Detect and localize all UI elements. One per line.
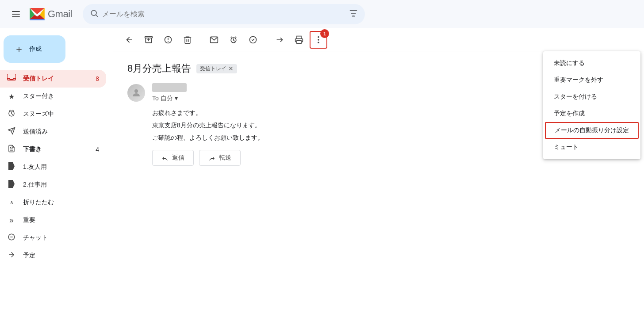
search-bar[interactable]	[83, 4, 365, 24]
svg-point-20	[318, 42, 319, 43]
sidebar-item-schedule[interactable]: 予定	[0, 247, 106, 264]
move-button[interactable]	[271, 31, 288, 49]
to-dropdown-icon[interactable]: ▾	[175, 95, 178, 102]
sender-name	[152, 84, 187, 91]
svg-rect-2	[12, 16, 20, 17]
header: Gmail	[0, 0, 644, 28]
drafts-icon	[7, 145, 16, 155]
close-tag-icon[interactable]: ✕	[228, 65, 234, 72]
callout-badge-1: 1	[320, 29, 329, 38]
avatar	[127, 84, 145, 102]
dropdown-item-filter[interactable]: メールの自動振り分け設定	[545, 122, 639, 139]
svg-point-12	[11, 237, 12, 237]
spam-button[interactable]	[159, 31, 177, 49]
sidebar-item-label2[interactable]: 2.仕事用	[0, 176, 106, 194]
main-layout: ＋ 作成 受信トレイ 8 ★ スター付き	[0, 28, 644, 321]
content-area: 1 未読にする 重要マークを外す スターを付ける 予定を作成 メールの自動振り分…	[113, 28, 644, 321]
hamburger-button[interactable]	[7, 5, 25, 23]
important-icon: »	[7, 216, 16, 225]
svg-rect-8	[7, 74, 16, 80]
sidebar-item-label: 2.仕事用	[23, 181, 99, 189]
collapse-icon: ∧	[7, 199, 16, 206]
sender-name-blurred	[152, 83, 187, 92]
logo-area: Gmail	[28, 8, 72, 20]
snooze-toolbar-button[interactable]	[225, 31, 242, 49]
sidebar-item-snoozed[interactable]: スヌーズ中	[0, 105, 106, 123]
sidebar-item-label: チャット	[23, 234, 99, 242]
dropdown-item-mute[interactable]: ミュート	[543, 139, 640, 156]
star-icon: ★	[7, 92, 16, 101]
chat-icon	[7, 233, 16, 243]
back-button[interactable]	[120, 31, 138, 49]
inbox-icon	[7, 74, 16, 84]
svg-rect-0	[12, 11, 20, 12]
schedule-icon	[7, 251, 16, 261]
compose-plus-icon: ＋	[14, 42, 24, 56]
sidebar-item-drafts[interactable]: 下書き 4	[0, 141, 106, 158]
reply-label: 返信	[172, 154, 184, 162]
reply-button[interactable]: 返信	[152, 150, 194, 166]
app-name: Gmail	[48, 8, 72, 20]
gmail-logo-icon	[28, 8, 46, 20]
sidebar-item-important[interactable]: » 重要	[0, 211, 106, 229]
svg-point-19	[318, 39, 319, 41]
sidebar-item-sent[interactable]: 送信済み	[0, 123, 106, 141]
svg-rect-6	[351, 13, 356, 14]
sidebar-item-label: スヌーズ中	[23, 110, 99, 118]
email-subject: 8月分売上報告	[127, 62, 191, 75]
svg-rect-7	[352, 15, 355, 16]
svg-rect-1	[12, 14, 20, 15]
to-label: To 自分	[152, 95, 173, 102]
forward-button[interactable]: 転送	[199, 150, 241, 166]
search-input[interactable]	[102, 10, 346, 18]
sidebar: ＋ 作成 受信トレイ 8 ★ スター付き	[0, 28, 113, 321]
sidebar-item-label: 送信済み	[23, 128, 99, 136]
snooze-icon	[7, 109, 16, 119]
send-icon	[7, 127, 16, 137]
compose-label: 作成	[29, 45, 42, 53]
dropdown-menu: 未読にする 重要マークを外す スターを付ける 予定を作成 メールの自動振り分け設…	[543, 51, 640, 159]
svg-point-13	[12, 237, 13, 237]
svg-rect-5	[350, 10, 357, 11]
inbox-tag-label: 受信トレイ	[200, 65, 226, 73]
sidebar-item-label: 1.友人用	[23, 163, 99, 171]
sidebar-item-label: 下書き	[23, 145, 88, 153]
svg-point-11	[10, 237, 11, 237]
drafts-badge: 4	[96, 146, 99, 153]
archive-button[interactable]	[140, 31, 157, 49]
sidebar-item-label: 折りたたむ	[23, 199, 99, 206]
print-button[interactable]	[290, 31, 308, 49]
compose-button[interactable]: ＋ 作成	[4, 35, 65, 63]
sidebar-item-collapse[interactable]: ∧ 折りたたむ	[0, 194, 106, 211]
svg-line-4	[96, 15, 98, 16]
forward-label: 転送	[219, 154, 231, 162]
sidebar-item-label: 重要	[23, 216, 99, 224]
svg-point-21	[134, 89, 138, 93]
sidebar-item-label1[interactable]: 1.友人用	[0, 158, 106, 176]
label2-icon	[7, 180, 16, 190]
svg-point-18	[318, 36, 319, 38]
inbox-badge: 8	[96, 75, 99, 82]
sidebar-item-inbox[interactable]: 受信トレイ 8	[0, 70, 106, 88]
sidebar-item-label: 予定	[23, 252, 99, 260]
search-filter-button[interactable]	[349, 9, 358, 20]
svg-rect-14	[145, 36, 153, 38]
delete-button[interactable]	[179, 31, 196, 49]
email-toolbar: 1 未読にする 重要マークを外す スターを付ける 予定を作成 メールの自動振り分…	[113, 28, 644, 51]
sidebar-item-starred[interactable]: ★ スター付き	[0, 88, 106, 105]
mark-unread-toolbar-button[interactable]	[205, 31, 223, 49]
sidebar-item-label: スター付き	[23, 92, 99, 100]
sidebar-item-label: 受信トレイ	[23, 75, 88, 83]
dropdown-item-create-event[interactable]: 予定を作成	[543, 105, 640, 122]
dropdown-item-mark-unread[interactable]: 未読にする	[543, 55, 640, 72]
dropdown-item-add-star[interactable]: スターを付ける	[543, 88, 640, 105]
search-button[interactable]	[90, 9, 99, 20]
inbox-tag: 受信トレイ ✕	[196, 64, 237, 73]
label1-icon	[7, 162, 16, 172]
dropdown-item-remove-important[interactable]: 重要マークを外す	[543, 72, 640, 88]
sidebar-item-chat[interactable]: チャット	[0, 229, 106, 247]
done-button[interactable]	[244, 31, 262, 49]
